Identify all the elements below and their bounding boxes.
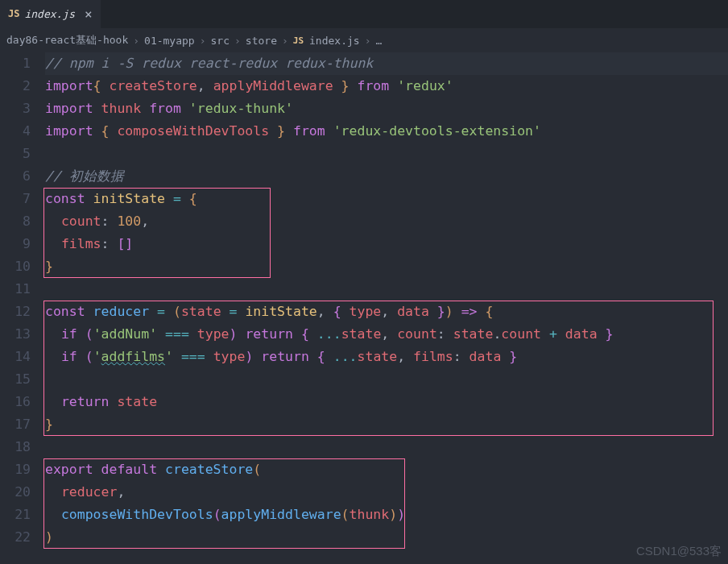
js-file-icon: JS [8, 8, 19, 19]
code-line [45, 368, 728, 391]
bc-more[interactable]: … [376, 35, 383, 47]
code-line [45, 436, 728, 458]
bc-item[interactable]: index.js [309, 35, 360, 47]
code-line: if ('addNum' === type) return { ...state… [45, 323, 728, 346]
line-number: 18 [0, 436, 31, 458]
close-icon[interactable]: × [85, 6, 93, 22]
line-number: 17 [0, 413, 31, 436]
js-file-icon: JS [293, 35, 304, 46]
tab-index-js[interactable]: JS index.js × [0, 0, 101, 28]
chevron-right-icon: › [133, 35, 139, 47]
code-line: import thunk from 'redux-thunk' [45, 97, 728, 120]
bc-item[interactable]: 01-myapp [144, 35, 195, 47]
bc-item[interactable]: store [246, 35, 277, 47]
line-number: 19 [0, 458, 31, 481]
code-line: import{ createStore, applyMiddleware } f… [45, 75, 728, 97]
line-number: 20 [0, 481, 31, 504]
code-line: reducer, [45, 481, 728, 504]
chevron-right-icon: › [282, 35, 288, 47]
code-line: return state [45, 391, 728, 413]
chevron-right-icon: › [200, 35, 206, 47]
code-line: composeWithDevTools(applyMiddleware(thun… [45, 504, 728, 526]
line-number: 3 [0, 97, 31, 120]
code-line: // npm i -S redux react-redux redux-thun… [45, 52, 728, 75]
line-number: 8 [0, 210, 31, 233]
breadcrumb[interactable]: day86-react基础-hook › 01-myapp › src › st… [0, 28, 728, 52]
code-line: } [45, 413, 728, 436]
code-line [45, 143, 728, 165]
code-line: count: 100, [45, 210, 728, 233]
line-number: 5 [0, 143, 31, 165]
code-line: ) [45, 526, 728, 549]
line-number: 13 [0, 323, 31, 346]
line-number: 16 [0, 391, 31, 413]
code-editor[interactable]: 1 2 3 4 5 6 7 8 9 10 11 12 13 14 15 16 1… [0, 52, 728, 549]
line-number: 6 [0, 165, 31, 188]
tabs-bar: JS index.js × [0, 0, 728, 28]
line-gutter: 1 2 3 4 5 6 7 8 9 10 11 12 13 14 15 16 1… [0, 52, 45, 549]
line-number: 11 [0, 278, 31, 301]
bc-item[interactable]: src [211, 35, 230, 47]
line-number: 9 [0, 233, 31, 255]
chevron-right-icon: › [234, 35, 241, 47]
line-number: 2 [0, 75, 31, 97]
line-number: 4 [0, 120, 31, 143]
line-number: 14 [0, 346, 31, 368]
code-area[interactable]: // npm i -S redux react-redux redux-thun… [45, 52, 728, 549]
line-number: 1 [0, 52, 31, 75]
code-line [45, 278, 728, 301]
line-number: 15 [0, 368, 31, 391]
line-number: 21 [0, 504, 31, 526]
bc-item[interactable]: day86-react基础-hook [6, 33, 128, 48]
code-line: const reducer = (state = initState, { ty… [45, 301, 728, 323]
code-line: import { composeWithDevTools } from 'red… [45, 120, 728, 143]
line-number: 10 [0, 255, 31, 278]
code-line: // 初始数据 [45, 165, 728, 188]
line-number: 22 [0, 526, 31, 549]
code-line: const initState = { [45, 188, 728, 210]
code-line: if ('addfilms' === type) return { ...sta… [45, 346, 728, 368]
code-line: } [45, 255, 728, 278]
line-number: 12 [0, 301, 31, 323]
code-line: export default createStore( [45, 458, 728, 481]
chevron-right-icon: › [365, 35, 371, 47]
watermark: CSDN1@533客 [636, 544, 722, 559]
tab-label: index.js [24, 8, 75, 20]
line-number: 7 [0, 188, 31, 210]
code-line: films: [] [45, 233, 728, 255]
